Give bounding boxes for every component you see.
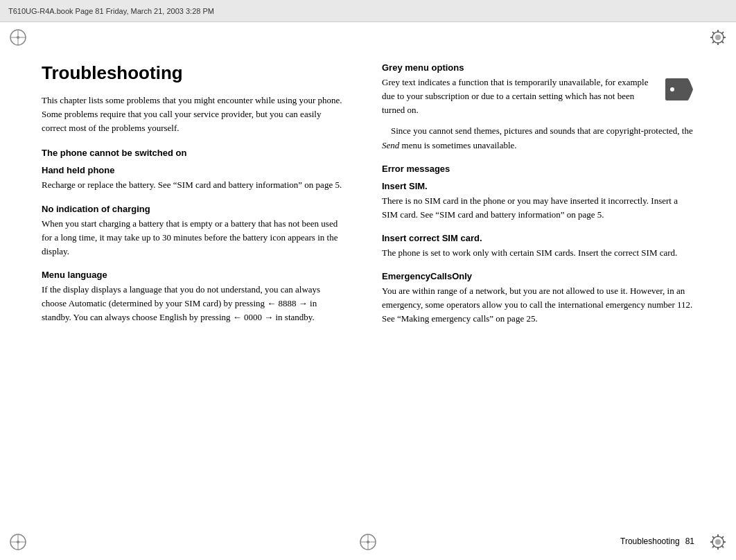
footer-label: Troubleshooting bbox=[620, 536, 680, 546]
body-handheld: Recharge or replace the battery. See “SI… bbox=[42, 178, 347, 192]
section-heading-switched-on: The phone cannot be switched on bbox=[42, 148, 347, 158]
grey-menu-text: Grey text indicates a function that is t… bbox=[382, 76, 657, 117]
subheading-handheld: Hand held phone bbox=[42, 165, 347, 175]
svg-point-5 bbox=[715, 35, 721, 40]
page: T610UG-R4A.book Page 81 Friday, March 21… bbox=[0, 0, 736, 560]
left-column: Troubleshooting This chapter lists some … bbox=[0, 42, 368, 560]
section-heading-errors: Error messages bbox=[382, 164, 694, 174]
tag-icon bbox=[664, 77, 694, 102]
svg-point-32 bbox=[670, 87, 674, 91]
subheading-insert-sim: Insert SIM. bbox=[382, 181, 694, 191]
svg-line-10 bbox=[712, 32, 715, 34]
body-insert-sim: There is no SIM card in the phone or you… bbox=[382, 194, 694, 222]
body-correct-sim: The phone is set to work only with certa… bbox=[382, 246, 694, 260]
body-grey-menu-before: Grey text indicates a function that is t… bbox=[382, 76, 657, 117]
grey-menu-icon bbox=[664, 77, 694, 105]
page-title: Troubleshooting bbox=[42, 62, 347, 84]
subheading-emergency: EmergencyCallsOnly bbox=[382, 271, 694, 281]
subheading-language: Menu language bbox=[42, 270, 347, 280]
subheading-correct-sim: Insert correct SIM card. bbox=[382, 233, 694, 243]
subheading-grey-menu: Grey menu options bbox=[382, 62, 694, 73]
body-charging: When you start charging a battery that i… bbox=[42, 217, 347, 259]
header-bar: T610UG-R4A.book Page 81 Friday, March 21… bbox=[0, 0, 736, 22]
header-text: T610UG-R4A.book Page 81 Friday, March 21… bbox=[8, 7, 214, 15]
body-emergency: You are within range of a network, but y… bbox=[382, 284, 694, 326]
body-grey-menu-after: Since you cannot send themes, pictures a… bbox=[382, 124, 694, 152]
footer-page-num: 81 bbox=[685, 536, 694, 546]
right-column: Grey menu options Grey text indicates a … bbox=[368, 42, 736, 560]
content-area: Troubleshooting This chapter lists some … bbox=[0, 42, 736, 560]
svg-line-12 bbox=[721, 32, 724, 34]
body-language: If the display displays a language that … bbox=[42, 283, 347, 324]
grey-menu-row: Grey text indicates a function that is t… bbox=[382, 76, 694, 117]
subheading-charging: No indication of charging bbox=[42, 204, 347, 214]
intro-paragraph: This chapter lists some problems that yo… bbox=[42, 94, 347, 135]
svg-point-3 bbox=[17, 36, 19, 39]
send-italic: Send bbox=[382, 140, 399, 150]
footer: Troubleshooting 81 bbox=[620, 536, 694, 546]
